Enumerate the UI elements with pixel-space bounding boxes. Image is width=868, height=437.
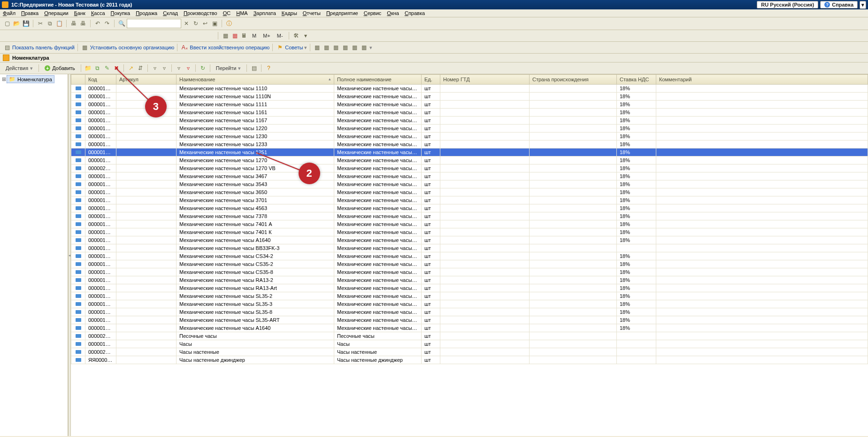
dropdown-icon[interactable]: ▾ [301,31,310,40]
menu-item[interactable]: Продажа [136,10,157,16]
table-row[interactable]: 000001298Механические настенные часы SL3… [71,308,868,316]
col-icon-header[interactable] [71,75,85,85]
report1-icon[interactable]: ▦ [313,43,322,52]
hierarchy-icon[interactable]: ⇵ [136,64,145,72]
paste-icon[interactable]: 📋 [55,19,63,28]
enter-op-link[interactable]: Ввести хозяйственную операцию [190,45,269,50]
add-copy-icon[interactable]: ⧉ [93,64,102,72]
menu-item[interactable]: Отчеты [303,10,321,16]
menu-item[interactable]: Банк [74,10,85,16]
table-row[interactable]: 000002750Часы настенныеЧасы настенныешт [71,348,868,356]
table-row[interactable]: 000001292Механические настенные часы 111… [71,93,868,101]
refresh-icon[interactable]: ↻ [192,19,200,28]
operation-icon[interactable]: Aₓ [180,43,189,52]
table-row[interactable]: 000001307Механические настенные часы RA1… [71,284,868,292]
menu-item[interactable]: Операции [44,10,68,16]
add-button[interactable]: +Добавить [42,64,78,72]
tree-root-item[interactable]: 📁 Номенклатура [7,75,54,83]
menu-item[interactable]: Касса [91,10,105,16]
table-row[interactable]: 000001285Механические настенные часы 116… [71,109,868,117]
menu-item[interactable]: Правка [21,10,38,16]
table-row[interactable]: 000001289Механические настенные часы CS3… [71,260,868,268]
tips-icon[interactable]: ⚑ [276,43,284,52]
table-row[interactable]: 000001771Механические настенные часы 365… [71,188,868,196]
search-input[interactable] [127,19,181,28]
col-full-header[interactable]: Полное наименование [334,75,422,85]
table-row[interactable]: 000001284Механические настенные часы 111… [71,101,868,109]
filter-clear-icon[interactable]: ▿ [184,64,192,72]
table-row[interactable]: 000001291Механические настенные часы 111… [71,85,868,93]
col-article-header[interactable]: Артикул [116,75,177,85]
tree-expand-icon[interactable]: ⊞ [1,76,7,82]
actions-dropdown[interactable]: Действия ▾ [3,64,36,72]
dropdown-button[interactable]: ▾ [860,1,866,9]
redo-icon[interactable]: ↷ [103,19,111,28]
help-button[interactable]: ?Справка [820,1,858,8]
panel-icon[interactable]: ▤ [3,43,11,52]
refresh-list-icon[interactable]: ↻ [199,64,207,72]
table-row[interactable]: 000001306Механические настенные часы 123… [71,140,868,148]
cut-icon[interactable]: ✂ [36,19,45,28]
undo-icon[interactable]: ↶ [93,19,102,28]
col-code-header[interactable]: Код [85,75,116,85]
table-row[interactable]: 000001768Механические настенные часы 456… [71,204,868,212]
report2-icon[interactable]: ▦ [323,43,331,52]
menu-item[interactable]: Сервис [364,10,382,16]
menu-item[interactable]: Производство [184,10,217,16]
col-unit-header[interactable]: Ед. [422,75,440,85]
filter2-icon[interactable]: ▿ [160,64,169,72]
col-name-header[interactable]: Наименование▴ [177,75,334,85]
report6-icon[interactable]: ▦ [360,43,369,52]
filter1-icon[interactable]: ▿ [151,64,159,72]
table-row[interactable]: 000002698Песочные часыПесочные часышт [71,332,868,340]
tips-link[interactable]: Советы [285,45,303,50]
menu-item[interactable]: НМА [236,10,247,16]
table-row[interactable]: 000001779Механические настенные часы 737… [71,212,868,220]
table-row[interactable]: 000001287Механические настенные часы 125… [71,148,868,156]
filter3-icon[interactable]: ▿ [175,64,183,72]
info-icon[interactable]: ⓘ [225,19,233,28]
menu-item[interactable]: Склад [163,10,178,16]
col-comment-header[interactable]: Комментарий [656,75,868,85]
calculator-icon[interactable]: 🖩 [240,31,248,40]
table-row[interactable]: 000001286Механические настенные часы 116… [71,117,868,125]
menu-item[interactable]: Файл [3,10,15,16]
table-row[interactable]: 000001764Механические настенные часы BB3… [71,244,868,252]
report4-icon[interactable]: ▦ [341,43,350,52]
menu-item[interactable]: Покупка [111,10,131,16]
table-row[interactable]: 000002206Механические настенные часы 127… [71,164,868,172]
table-row[interactable]: 000001283Механические настенные часы 127… [71,156,868,164]
menu-item[interactable]: Справка [405,10,425,16]
save-icon[interactable]: 💾 [22,19,30,28]
table-row[interactable]: 000001766Механические настенные часы 740… [71,220,868,228]
open-icon[interactable]: 📂 [12,19,21,28]
search-icon[interactable]: 🔍 [117,19,126,28]
table-row[interactable]: ЯЯ0000099...Часы настенные джинджерЧасы … [71,356,868,364]
menu-item[interactable]: ОС [223,10,231,16]
table-row[interactable]: 000001295Механические настенные часы A16… [71,236,868,244]
table-row[interactable]: 000001294Механические настенные часы 123… [71,133,868,140]
copy-icon[interactable]: ⧉ [46,19,54,28]
table-row[interactable]: 000001299Механические настенные часы SL3… [71,316,868,324]
print-preview-icon[interactable]: 🖶 [79,19,87,28]
table-row[interactable]: 000001288Механические настенные часы CS3… [71,252,868,260]
m-minus-button[interactable]: M- [274,32,286,39]
menu-item[interactable]: Кадры [282,10,297,16]
help2-icon[interactable]: ? [264,64,273,72]
report3-icon[interactable]: ▦ [332,43,340,52]
edit-icon[interactable]: ✎ [103,64,111,72]
menu-item[interactable]: Зарплата [253,10,276,16]
nav-back-icon[interactable]: ↩ [201,19,209,28]
table-row[interactable]: 000001948ЧасыЧасышт [71,340,868,348]
m-button[interactable]: M [249,32,259,39]
search-clear-icon[interactable]: ✕ [182,19,191,28]
table-row[interactable]: 000001769Механические настенные часы 370… [71,196,868,204]
table-row[interactable]: 000001770Механические настенные часы 354… [71,180,868,188]
table-row[interactable]: 000001282Механические настенные часы А16… [71,324,868,332]
table-row[interactable]: 000001765Механические настенные часы 346… [71,172,868,180]
table-row[interactable]: 000001296Механические настенные часы RA1… [71,276,868,284]
col-country-header[interactable]: Страна происхождения [530,75,617,85]
table-row[interactable]: 000001290Механические настенные часы CS3… [71,268,868,276]
set-org-link[interactable]: Установить основную организацию [90,45,175,50]
m-plus-button[interactable]: M+ [260,32,273,39]
